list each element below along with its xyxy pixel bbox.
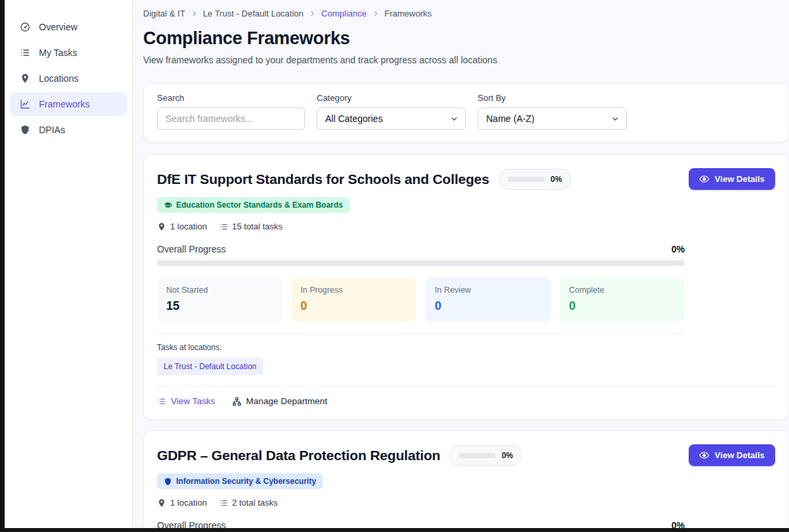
- progress-pill-track: [458, 453, 495, 458]
- chevron-right-icon: [372, 10, 379, 17]
- map-pin-icon: [157, 222, 166, 231]
- category-badge: Education Sector Standards & Exam Boards: [157, 197, 350, 213]
- framework-card-header: DfE IT Support Standards for Schools and…: [157, 168, 775, 190]
- view-tasks-label: View Tasks: [171, 396, 215, 406]
- framework-footer: View Tasks Manage Department: [157, 387, 775, 406]
- category-badge-label: Information Security & Cybersecurity: [176, 477, 316, 486]
- breadcrumb: Digital & IT Le Trust - Default Location…: [143, 9, 789, 18]
- view-details-button[interactable]: View Details: [689, 168, 775, 190]
- category-badge-label: Education Sector Standards & Exam Boards: [176, 200, 343, 210]
- progress-pill-track: [508, 177, 545, 182]
- progress-pill-value: 0%: [501, 451, 513, 460]
- stat-value: 0: [435, 299, 542, 313]
- chart-line-icon: [20, 99, 30, 109]
- stat-not-started: Not Started 15: [157, 278, 282, 321]
- filter-bar: Search Category All Categories Sort By N…: [143, 83, 789, 142]
- sort-select-value: Name (A-Z): [486, 113, 534, 124]
- framework-title: DfE IT Support Standards for Schools and…: [157, 171, 489, 187]
- map-pin-icon: [20, 73, 30, 84]
- stat-label: Complete: [569, 285, 676, 295]
- sidebar-item-locations[interactable]: Locations: [10, 67, 127, 90]
- manage-department-label: Manage Department: [246, 396, 327, 406]
- page-title: Compliance Frameworks: [143, 28, 789, 49]
- chevron-right-icon: [309, 10, 316, 17]
- tasks-icon: [157, 397, 166, 406]
- view-details-label: View Details: [714, 450, 765, 460]
- sort-field: Sort By Name (A-Z): [478, 93, 627, 130]
- shield-icon: [20, 125, 30, 135]
- graduation-cap-icon: [164, 201, 172, 210]
- sidebar-item-dpias[interactable]: DPIAs: [10, 118, 127, 142]
- window-bottom-edge: [0, 528, 789, 532]
- progress-pill-value: 0%: [551, 175, 562, 184]
- shield-icon: [164, 477, 172, 486]
- framework-card: DfE IT Support Standards for Schools and…: [143, 154, 789, 420]
- stat-in-review: In Review 0: [426, 278, 551, 321]
- sidebar-item-label: Overview: [39, 22, 77, 32]
- search-label: Search: [157, 93, 305, 103]
- overall-progress: Overall Progress 0%: [157, 244, 685, 266]
- view-tasks-link[interactable]: View Tasks: [157, 396, 215, 406]
- sidebar-item-frameworks[interactable]: Frameworks: [10, 92, 127, 116]
- category-field: Category All Categories: [317, 93, 466, 130]
- tasks-at-locations-label: Tasks at locations:: [157, 343, 775, 352]
- sidebar-item-label: Locations: [39, 73, 79, 84]
- framework-card: GDPR – General Data Protection Regulatio…: [143, 430, 789, 532]
- sort-select[interactable]: Name (A-Z): [478, 107, 627, 130]
- category-select-value: All Categories: [325, 113, 383, 124]
- locations-meta: 1 location: [157, 498, 207, 508]
- overall-progress-value: 0%: [672, 244, 685, 254]
- category-label: Category: [317, 93, 466, 103]
- tasks-icon: [219, 222, 228, 231]
- search-input[interactable]: [157, 107, 305, 130]
- stat-value: 0: [569, 299, 676, 313]
- stat-label: In Progress: [301, 285, 408, 295]
- progress-bar: [157, 260, 685, 266]
- breadcrumb-item-compliance[interactable]: Compliance: [321, 9, 367, 18]
- progress-pill: 0%: [499, 169, 571, 190]
- sidebar-item-label: Frameworks: [39, 99, 90, 109]
- framework-card-header: GDPR – General Data Protection Regulatio…: [157, 444, 775, 466]
- sidebar-item-overview[interactable]: Overview: [10, 15, 127, 39]
- category-badge: Information Security & Cybersecurity: [157, 473, 323, 489]
- sidebar: Overview My Tasks Locations Frameworks D…: [5, 0, 133, 532]
- breadcrumb-item-location[interactable]: Le Trust - Default Location: [203, 9, 303, 18]
- locations-count: 1 location: [170, 222, 207, 231]
- sidebar-item-my-tasks[interactable]: My Tasks: [10, 41, 127, 65]
- tasks-count: 15 total tasks: [232, 222, 283, 231]
- sitemap-icon: [232, 397, 241, 406]
- breadcrumb-item-frameworks[interactable]: Frameworks: [385, 9, 432, 18]
- breadcrumb-item-digital-it[interactable]: Digital & IT: [143, 9, 185, 18]
- search-field: Search: [157, 93, 305, 130]
- stat-complete: Complete 0: [560, 278, 685, 321]
- overall-progress-label: Overall Progress: [157, 244, 226, 254]
- framework-meta: 1 location 2 total tasks: [157, 498, 775, 508]
- eye-icon: [699, 450, 709, 460]
- category-select[interactable]: All Categories: [317, 107, 466, 130]
- chevron-down-icon: [611, 115, 619, 123]
- location-chip[interactable]: Le Trust - Default Location: [157, 358, 263, 375]
- stat-label: In Review: [435, 285, 542, 295]
- chevron-right-icon: [191, 10, 198, 17]
- locations-meta: 1 location: [157, 222, 207, 231]
- view-details-button[interactable]: View Details: [689, 444, 775, 466]
- framework-meta: 1 location 15 total tasks: [157, 222, 775, 231]
- tasks-icon: [20, 47, 30, 58]
- progress-pill: 0%: [449, 445, 522, 466]
- stat-in-progress: In Progress 0: [292, 278, 417, 321]
- sort-label: Sort By: [478, 93, 627, 103]
- sidebar-item-label: DPIAs: [39, 125, 65, 135]
- framework-title: GDPR – General Data Protection Regulatio…: [157, 448, 440, 463]
- stat-label: Not Started: [166, 285, 273, 295]
- tasks-icon: [219, 498, 228, 508]
- gauge-icon: [20, 22, 30, 32]
- chevron-down-icon: [450, 115, 458, 123]
- stat-value: 15: [166, 299, 273, 313]
- tasks-meta: 15 total tasks: [219, 222, 283, 231]
- eye-icon: [699, 174, 709, 184]
- manage-department-link[interactable]: Manage Department: [232, 396, 327, 406]
- view-details-label: View Details: [714, 174, 765, 184]
- sidebar-item-label: My Tasks: [39, 47, 77, 58]
- locations-count: 1 location: [170, 498, 207, 508]
- divider: [157, 333, 685, 334]
